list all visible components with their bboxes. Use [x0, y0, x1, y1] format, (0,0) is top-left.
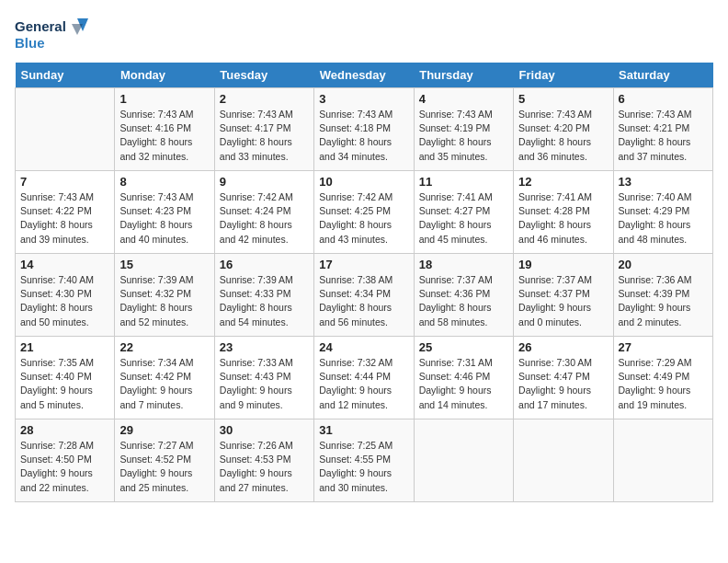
day-number: 2 [220, 92, 309, 106]
day-number: 9 [220, 175, 309, 189]
day-number: 20 [619, 258, 708, 271]
day-details: Sunrise: 7:42 AMSunset: 4:24 PMDaylight:… [220, 190, 309, 247]
day-cell: 12Sunrise: 7:41 AMSunset: 4:28 PMDayligh… [514, 171, 613, 254]
day-cell: 1Sunrise: 7:43 AMSunset: 4:16 PMDaylight… [115, 88, 214, 171]
day-number: 5 [518, 92, 608, 106]
calendar-table: SundayMondayTuesdayWednesdayThursdayFrid… [15, 63, 713, 502]
day-number: 1 [119, 92, 209, 106]
day-details: Sunrise: 7:42 AMSunset: 4:25 PMDaylight:… [319, 190, 408, 247]
day-details: Sunrise: 7:34 AMSunset: 4:42 PMDaylight:… [119, 356, 209, 412]
day-details: Sunrise: 7:39 AMSunset: 4:33 PMDaylight:… [220, 273, 309, 329]
day-cell: 20Sunrise: 7:36 AMSunset: 4:39 PMDayligh… [613, 254, 712, 337]
day-cell: 22Sunrise: 7:34 AMSunset: 4:42 PMDayligh… [115, 337, 214, 419]
day-details: Sunrise: 7:43 AMSunset: 4:18 PMDaylight:… [319, 108, 408, 164]
day-cell: 8Sunrise: 7:43 AMSunset: 4:23 PMDaylight… [115, 171, 214, 254]
day-number: 21 [20, 340, 109, 354]
day-number: 18 [419, 258, 508, 271]
weekday-header-thursday: Thursday [414, 63, 513, 88]
day-number: 17 [319, 258, 408, 271]
day-cell: 13Sunrise: 7:40 AMSunset: 4:29 PMDayligh… [613, 171, 712, 254]
day-number: 16 [220, 258, 309, 271]
weekday-header-row: SundayMondayTuesdayWednesdayThursdayFrid… [16, 63, 713, 88]
day-number: 6 [619, 92, 708, 106]
day-details: Sunrise: 7:40 AMSunset: 4:30 PMDaylight:… [20, 273, 109, 329]
day-number: 15 [119, 258, 209, 271]
day-details: Sunrise: 7:43 AMSunset: 4:17 PMDaylight:… [220, 108, 309, 164]
day-number: 28 [20, 423, 109, 437]
day-details: Sunrise: 7:30 AMSunset: 4:47 PMDaylight:… [518, 356, 608, 412]
day-cell: 30Sunrise: 7:26 AMSunset: 4:53 PMDayligh… [214, 419, 313, 502]
weekday-header-wednesday: Wednesday [314, 63, 414, 88]
svg-marker-3 [72, 24, 83, 35]
day-cell: 23Sunrise: 7:33 AMSunset: 4:43 PMDayligh… [214, 337, 313, 419]
day-number: 13 [619, 175, 708, 189]
weekday-header-monday: Monday [115, 63, 214, 88]
day-number: 30 [220, 423, 309, 437]
day-details: Sunrise: 7:43 AMSunset: 4:16 PMDaylight:… [119, 108, 209, 164]
day-cell: 11Sunrise: 7:41 AMSunset: 4:27 PMDayligh… [414, 171, 513, 254]
day-cell [414, 419, 513, 502]
day-cell: 26Sunrise: 7:30 AMSunset: 4:47 PMDayligh… [514, 337, 613, 419]
day-details: Sunrise: 7:43 AMSunset: 4:19 PMDaylight:… [419, 108, 508, 164]
day-cell: 3Sunrise: 7:43 AMSunset: 4:18 PMDaylight… [314, 88, 414, 171]
day-details: Sunrise: 7:37 AMSunset: 4:36 PMDaylight:… [419, 273, 508, 329]
day-cell: 9Sunrise: 7:42 AMSunset: 4:24 PMDaylight… [214, 171, 313, 254]
day-details: Sunrise: 7:33 AMSunset: 4:43 PMDaylight:… [220, 356, 309, 412]
day-details: Sunrise: 7:43 AMSunset: 4:22 PMDaylight:… [20, 190, 109, 247]
day-number: 25 [419, 340, 508, 354]
svg-text:General: General [15, 18, 66, 34]
week-row-5: 28Sunrise: 7:28 AMSunset: 4:50 PMDayligh… [16, 419, 713, 502]
day-details: Sunrise: 7:37 AMSunset: 4:37 PMDaylight:… [518, 273, 608, 329]
week-row-2: 7Sunrise: 7:43 AMSunset: 4:22 PMDaylight… [16, 171, 713, 254]
day-cell: 25Sunrise: 7:31 AMSunset: 4:46 PMDayligh… [414, 337, 513, 419]
day-details: Sunrise: 7:31 AMSunset: 4:46 PMDaylight:… [419, 356, 508, 412]
day-details: Sunrise: 7:43 AMSunset: 4:21 PMDaylight:… [619, 108, 708, 164]
day-cell: 24Sunrise: 7:32 AMSunset: 4:44 PMDayligh… [314, 337, 414, 419]
day-details: Sunrise: 7:32 AMSunset: 4:44 PMDaylight:… [319, 356, 408, 412]
day-details: Sunrise: 7:43 AMSunset: 4:20 PMDaylight:… [518, 108, 608, 164]
day-number: 23 [220, 340, 309, 354]
day-details: Sunrise: 7:27 AMSunset: 4:52 PMDaylight:… [119, 439, 209, 495]
day-number: 29 [119, 423, 209, 437]
day-number: 26 [518, 340, 608, 354]
day-cell: 15Sunrise: 7:39 AMSunset: 4:32 PMDayligh… [115, 254, 214, 337]
day-details: Sunrise: 7:43 AMSunset: 4:23 PMDaylight:… [119, 190, 209, 247]
day-number: 11 [419, 175, 508, 189]
logo: General Blue [15, 15, 88, 53]
weekday-header-friday: Friday [514, 63, 613, 88]
day-number: 4 [419, 92, 508, 106]
day-number: 14 [20, 258, 109, 271]
day-details: Sunrise: 7:26 AMSunset: 4:53 PMDaylight:… [220, 439, 309, 495]
day-number: 10 [319, 175, 408, 189]
day-cell: 29Sunrise: 7:27 AMSunset: 4:52 PMDayligh… [115, 419, 214, 502]
logo-icon: General Blue [15, 15, 88, 53]
day-cell [613, 419, 712, 502]
day-details: Sunrise: 7:40 AMSunset: 4:29 PMDaylight:… [619, 190, 708, 247]
day-number: 8 [119, 175, 209, 189]
day-number: 19 [518, 258, 608, 271]
day-details: Sunrise: 7:25 AMSunset: 4:55 PMDaylight:… [319, 439, 408, 495]
day-cell: 6Sunrise: 7:43 AMSunset: 4:21 PMDaylight… [613, 88, 712, 171]
day-cell: 14Sunrise: 7:40 AMSunset: 4:30 PMDayligh… [16, 254, 115, 337]
day-cell: 5Sunrise: 7:43 AMSunset: 4:20 PMDaylight… [514, 88, 613, 171]
day-details: Sunrise: 7:41 AMSunset: 4:27 PMDaylight:… [419, 190, 508, 247]
day-cell: 7Sunrise: 7:43 AMSunset: 4:22 PMDaylight… [16, 171, 115, 254]
svg-text:Blue: Blue [15, 35, 45, 51]
day-cell: 18Sunrise: 7:37 AMSunset: 4:36 PMDayligh… [414, 254, 513, 337]
day-cell: 10Sunrise: 7:42 AMSunset: 4:25 PMDayligh… [314, 171, 414, 254]
day-cell: 28Sunrise: 7:28 AMSunset: 4:50 PMDayligh… [16, 419, 115, 502]
day-details: Sunrise: 7:39 AMSunset: 4:32 PMDaylight:… [119, 273, 209, 329]
day-number: 3 [319, 92, 408, 106]
day-cell [16, 88, 115, 171]
day-cell: 4Sunrise: 7:43 AMSunset: 4:19 PMDaylight… [414, 88, 513, 171]
day-details: Sunrise: 7:35 AMSunset: 4:40 PMDaylight:… [20, 356, 109, 412]
day-details: Sunrise: 7:29 AMSunset: 4:49 PMDaylight:… [619, 356, 708, 412]
day-cell: 19Sunrise: 7:37 AMSunset: 4:37 PMDayligh… [514, 254, 613, 337]
day-number: 31 [319, 423, 408, 437]
day-number: 22 [119, 340, 209, 354]
weekday-header-tuesday: Tuesday [214, 63, 313, 88]
day-cell: 2Sunrise: 7:43 AMSunset: 4:17 PMDaylight… [214, 88, 313, 171]
weekday-header-saturday: Saturday [613, 63, 712, 88]
day-details: Sunrise: 7:36 AMSunset: 4:39 PMDaylight:… [619, 273, 708, 329]
weekday-header-sunday: Sunday [16, 63, 115, 88]
